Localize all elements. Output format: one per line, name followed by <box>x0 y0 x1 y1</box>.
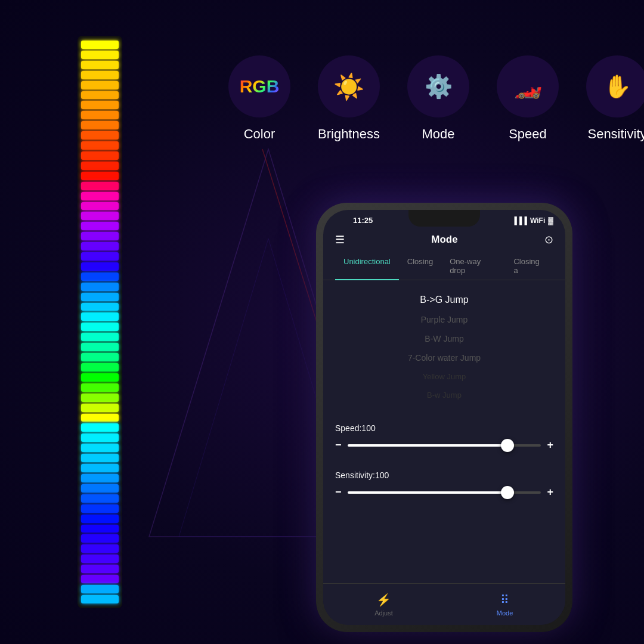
speed-slider-row: − + <box>335 439 553 451</box>
led-segment <box>81 544 119 553</box>
led-segment <box>81 182 119 190</box>
led-segment <box>81 323 119 331</box>
sensitivity-minus[interactable]: − <box>335 486 342 499</box>
mode-purple-jump[interactable]: Purple Jump <box>421 312 468 327</box>
led-segment <box>81 202 119 210</box>
led-segment <box>81 151 119 160</box>
phone-mockup: 11:25 ▐▐▐ WiFi ▓ ☰ Mode ⊙ Unidirectional… <box>316 203 572 632</box>
speed-thumb[interactable] <box>501 439 514 452</box>
feature-color: RGB Color <box>227 54 292 142</box>
led-segment <box>81 404 119 412</box>
led-segment <box>81 595 119 603</box>
led-segment <box>81 71 119 79</box>
led-segment <box>81 333 119 341</box>
tab-oneway-drop[interactable]: One-way drop <box>441 252 505 280</box>
led-segment <box>81 121 119 129</box>
led-segment <box>81 414 119 422</box>
tab-closing[interactable]: Closing <box>399 252 441 280</box>
led-segment <box>81 565 119 573</box>
phone-outer: 11:25 ▐▐▐ WiFi ▓ ☰ Mode ⊙ Unidirectional… <box>316 203 572 632</box>
adjust-label: Adjust <box>374 609 393 617</box>
sensitivity-icon: ✋ <box>603 73 631 100</box>
sensitivity-track[interactable] <box>348 491 541 494</box>
mode-7color-jump[interactable]: 7-Color water Jump <box>408 351 481 365</box>
led-segment <box>81 474 119 482</box>
led-segment <box>81 131 119 140</box>
led-segment <box>81 41 119 49</box>
led-segment <box>81 222 119 230</box>
status-icons: ▐▐▐ WiFi ▓ <box>512 216 553 225</box>
led-segment <box>81 534 119 543</box>
mode-bw-jump[interactable]: B-W Jump <box>425 332 463 346</box>
led-segment <box>81 61 119 69</box>
tab-unidirectional[interactable]: Unidirectional <box>335 252 399 280</box>
sensitivity-thumb[interactable] <box>501 486 514 499</box>
led-segment <box>81 81 119 89</box>
app-header: ☰ Mode ⊙ <box>323 225 565 252</box>
led-segment <box>81 585 119 593</box>
hamburger-icon[interactable]: ☰ <box>335 233 345 246</box>
speed-icon: 🏎️ <box>514 73 542 100</box>
sensitivity-section: Sensitivity:100 − + <box>323 461 565 508</box>
phone-time: 11:25 <box>353 216 373 225</box>
mode-icon: ⚙️ <box>425 73 453 100</box>
rgb-text: RGB <box>240 76 280 97</box>
speed-circle: 🏎️ <box>495 54 561 119</box>
mode-circle-inner: ⚙️ <box>407 55 469 117</box>
brightness-icon: ☀️ <box>333 72 364 101</box>
mode-circle: ⚙️ <box>405 54 471 119</box>
led-segment <box>81 192 119 200</box>
phone-screen: 11:25 ▐▐▐ WiFi ▓ ☰ Mode ⊙ Unidirectional… <box>323 210 565 625</box>
mode-yellow-jump[interactable]: Yellow Jump <box>423 370 466 383</box>
wifi-icon: WiFi <box>530 216 545 225</box>
color-circle-inner: RGB <box>228 55 290 117</box>
tab-closing-a[interactable]: Closing a <box>505 252 553 280</box>
led-segment <box>81 242 119 250</box>
led-segment <box>81 373 119 382</box>
led-segment <box>81 504 119 513</box>
led-segment <box>81 273 119 281</box>
signal-icon: ▐▐▐ <box>512 216 528 225</box>
nav-mode[interactable]: ⠿ Mode <box>444 584 565 625</box>
led-segment <box>81 262 119 271</box>
mode-list: B->G Jump Purple Jump B-W Jump 7-Color w… <box>323 280 565 414</box>
led-segment <box>81 172 119 180</box>
bottom-nav: ⚡ Adjust ⠿ Mode <box>323 583 565 625</box>
led-segment <box>81 101 119 109</box>
speed-section: Speed:100 − + <box>323 414 565 461</box>
mode-nav-icon: ⠿ <box>500 593 509 607</box>
mode-label: Mode <box>422 126 454 142</box>
led-segment <box>81 252 119 261</box>
speed-circle-inner: 🏎️ <box>497 55 559 117</box>
speed-label: Speed <box>509 126 547 142</box>
color-label: Color <box>244 126 275 142</box>
speed-plus[interactable]: + <box>547 439 553 451</box>
led-segment <box>81 353 119 361</box>
led-segment <box>81 383 119 392</box>
nav-adjust[interactable]: ⚡ Adjust <box>323 584 444 625</box>
led-segment <box>81 515 119 523</box>
mode-bw-jump2[interactable]: B-w Jump <box>427 388 462 402</box>
app-tabs: Unidirectional Closing One-way drop Clos… <box>323 252 565 280</box>
speed-minus[interactable]: − <box>335 439 342 451</box>
led-segment <box>81 303 119 311</box>
led-segment <box>81 454 119 462</box>
led-segment <box>81 51 119 59</box>
led-segment <box>81 525 119 533</box>
settings-icon[interactable]: ⊙ <box>544 233 553 246</box>
feature-speed: 🏎️ Speed <box>495 54 561 142</box>
sensitivity-slider-row: − + <box>335 486 553 499</box>
adjust-icon: ⚡ <box>376 593 391 607</box>
phone-notch <box>408 210 480 227</box>
sensitivity-plus[interactable]: + <box>547 486 553 499</box>
led-segment <box>81 464 119 472</box>
feature-mode: ⚙️ Mode <box>405 54 471 142</box>
battery-icon: ▓ <box>548 216 553 225</box>
led-segment <box>81 494 119 503</box>
speed-track[interactable] <box>348 444 541 447</box>
mode-bg-jump[interactable]: B->G Jump <box>420 292 468 308</box>
sensitivity-circle: ✋ <box>584 54 644 119</box>
feature-brightness: ☀️ Brightness <box>316 54 382 142</box>
led-segment <box>81 232 119 240</box>
app-header-title: Mode <box>431 234 457 246</box>
